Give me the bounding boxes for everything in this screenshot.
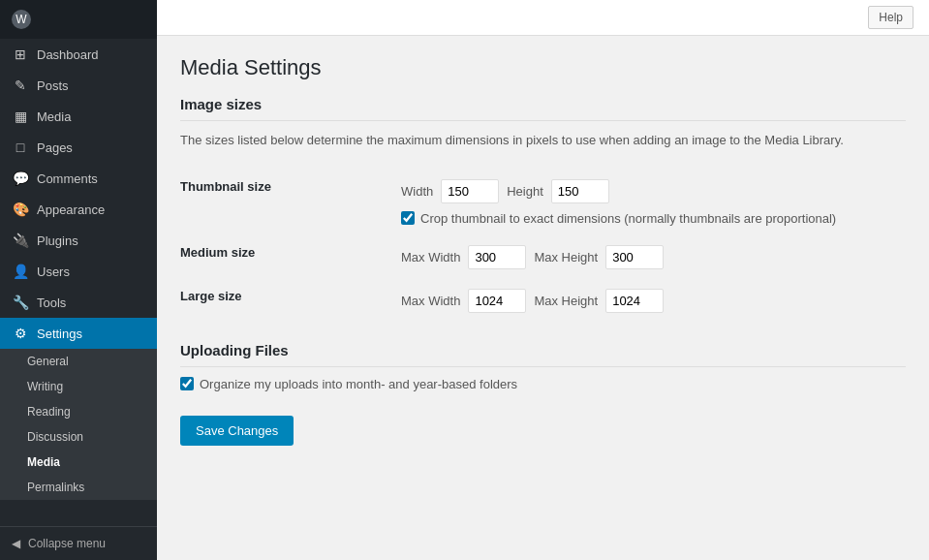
crop-checkbox[interactable] [401, 211, 415, 225]
appearance-icon: 🎨 [12, 202, 29, 217]
settings-submenu: General Writing Reading Discussion Media… [0, 349, 157, 500]
sidebar-item-dashboard[interactable]: ⊞ Dashboard [0, 39, 157, 70]
submenu-media[interactable]: Media [0, 450, 157, 475]
organize-uploads-row: Organize my uploads into month- and year… [180, 377, 906, 391]
main-content: Help Media Settings Image sizes The size… [157, 0, 929, 560]
sidebar-item-users[interactable]: 👤 Users [0, 256, 157, 287]
plugins-icon: 🔌 [12, 233, 29, 248]
submenu-general[interactable]: General [0, 349, 157, 374]
help-button[interactable]: Help [868, 6, 914, 29]
crop-label: Crop thumbnail to exact dimensions (norm… [420, 211, 836, 226]
medium-label: Medium size [180, 235, 393, 279]
sidebar-item-appearance[interactable]: 🎨 Appearance [0, 194, 157, 225]
image-sizes-description: The sizes listed below determine the max… [180, 131, 906, 150]
medium-row: Medium size Max Width Max Height [180, 235, 906, 279]
sidebar-label-posts: Posts [37, 78, 69, 93]
sidebar-item-settings[interactable]: ⚙ Settings [0, 318, 157, 349]
sidebar-item-pages[interactable]: □ Pages [0, 132, 157, 163]
sidebar-logo[interactable]: W [0, 0, 157, 39]
users-icon: 👤 [12, 264, 29, 279]
large-inputs: Max Width Max Height [401, 289, 898, 313]
large-fields: Max Width Max Height [393, 279, 906, 323]
thumbnail-fields: Width Height Crop thumbnail to exact dim… [393, 170, 906, 235]
large-label: Large size [180, 279, 393, 323]
crop-checkbox-row: Crop thumbnail to exact dimensions (norm… [401, 211, 898, 226]
sidebar-label-media: Media [37, 109, 71, 124]
page-title: Media Settings [180, 55, 906, 80]
comments-icon: 💬 [12, 171, 29, 186]
sidebar: W ⊞ Dashboard ✎ Posts ▦ Media □ Pages 💬 … [0, 0, 157, 560]
dashboard-icon: ⊞ [12, 47, 29, 62]
medium-inputs: Max Width Max Height [401, 245, 898, 269]
sidebar-label-tools: Tools [37, 296, 66, 310]
submenu-reading[interactable]: Reading [0, 399, 157, 424]
submenu-permalinks[interactable]: Permalinks [0, 475, 157, 500]
thumbnail-width-input[interactable] [441, 179, 499, 203]
organize-uploads-checkbox[interactable] [180, 377, 194, 390]
organize-uploads-label: Organize my uploads into month- and year… [200, 377, 517, 391]
large-max-height-input[interactable] [605, 289, 664, 313]
sidebar-label-comments: Comments [37, 171, 98, 186]
sidebar-item-comments[interactable]: 💬 Comments [0, 163, 157, 194]
submenu-discussion[interactable]: Discussion [0, 424, 157, 450]
sidebar-label-dashboard: Dashboard [37, 47, 99, 62]
large-max-width-label: Max Width [401, 294, 460, 308]
large-max-width-input[interactable] [468, 289, 526, 313]
posts-icon: ✎ [12, 78, 29, 93]
pages-icon: □ [12, 140, 29, 155]
large-row: Large size Max Width Max Height [180, 279, 906, 323]
sidebar-label-users: Users [37, 264, 70, 279]
image-sizes-table: Thumbnail size Width Height Crop thumbna… [180, 170, 906, 323]
sidebar-item-plugins[interactable]: 🔌 Plugins [0, 225, 157, 256]
sidebar-label-settings: Settings [37, 327, 82, 341]
thumbnail-height-input[interactable] [551, 179, 609, 203]
submenu-writing[interactable]: Writing [0, 374, 157, 399]
medium-max-width-input[interactable] [468, 245, 526, 269]
medium-max-height-input[interactable] [605, 245, 664, 269]
sidebar-item-media[interactable]: ▦ Media [0, 101, 157, 132]
sidebar-label-appearance: Appearance [37, 202, 105, 217]
settings-icon: ⚙ [12, 326, 29, 341]
description-text: The sizes listed below determine the max… [180, 133, 844, 147]
sidebar-item-posts[interactable]: ✎ Posts [0, 70, 157, 101]
uploading-heading: Uploading Files [180, 342, 906, 367]
sidebar-label-pages: Pages [37, 140, 73, 155]
media-icon: ▦ [12, 109, 29, 124]
collapse-icon: ◀ [12, 537, 20, 550]
topbar: Help [157, 0, 929, 36]
wp-logo-icon: W [12, 10, 31, 29]
sidebar-label-plugins: Plugins [37, 233, 78, 248]
tools-icon: 🔧 [12, 295, 29, 310]
thumbnail-inputs: Width Height [401, 179, 898, 203]
content-area: Media Settings Image sizes The sizes lis… [157, 36, 929, 465]
thumbnail-width-label: Width [401, 184, 433, 199]
collapse-menu-button[interactable]: ◀ Collapse menu [0, 526, 157, 560]
medium-fields: Max Width Max Height [393, 235, 906, 279]
thumbnail-height-label: Height [507, 184, 543, 199]
image-sizes-heading: Image sizes [180, 96, 906, 121]
thumbnail-label: Thumbnail size [180, 170, 393, 235]
thumbnail-row: Thumbnail size Width Height Crop thumbna… [180, 170, 906, 235]
medium-max-width-label: Max Width [401, 250, 460, 264]
save-changes-button[interactable]: Save Changes [180, 416, 294, 446]
medium-max-height-label: Max Height [534, 250, 598, 264]
collapse-label: Collapse menu [28, 537, 106, 550]
sidebar-item-tools[interactable]: 🔧 Tools [0, 287, 157, 318]
large-max-height-label: Max Height [534, 294, 598, 308]
